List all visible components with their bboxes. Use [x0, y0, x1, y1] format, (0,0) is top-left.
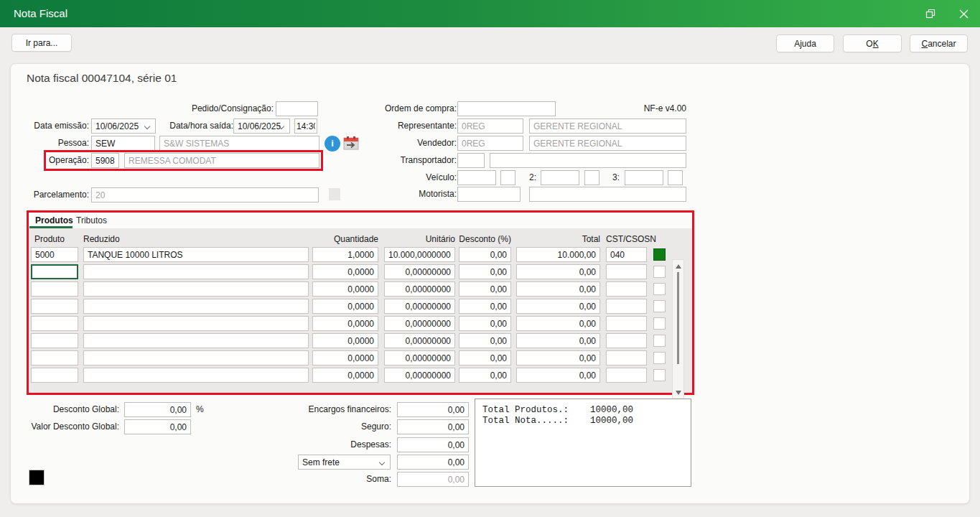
cell-cst[interactable]: [606, 281, 647, 297]
data-emissao-select[interactable]: 10/06/2025: [91, 118, 156, 134]
cell-total[interactable]: [516, 264, 600, 279]
veiculo2-uf-input[interactable]: [584, 170, 599, 185]
vendedor-code-input[interactable]: [457, 136, 523, 151]
cell-total[interactable]: [516, 247, 600, 262]
cell-quantidade[interactable]: [312, 350, 378, 365]
cell-cst[interactable]: [606, 264, 647, 279]
frete-select[interactable]: Sem frete: [298, 455, 391, 470]
cell-produto[interactable]: [31, 247, 78, 262]
cell-desconto[interactable]: [459, 247, 511, 262]
operacao-code-input[interactable]: [91, 153, 119, 168]
cell-produto[interactable]: [31, 333, 78, 348]
cell-quantidade[interactable]: [312, 281, 378, 297]
ok-button[interactable]: OK: [843, 34, 902, 52]
cell-quantidade[interactable]: [312, 316, 378, 331]
cell-cst[interactable]: [606, 299, 647, 314]
cell-total[interactable]: [516, 368, 600, 383]
encargos-input[interactable]: [397, 402, 469, 417]
transportador-code-input[interactable]: [457, 153, 485, 168]
cell-quantidade[interactable]: [312, 247, 378, 262]
motorista-code-input[interactable]: [457, 187, 521, 202]
cell-unitario[interactable]: [384, 247, 455, 262]
cell-cst[interactable]: [606, 247, 647, 262]
cell-quantidade[interactable]: [312, 368, 378, 383]
cell-desconto[interactable]: [459, 316, 511, 331]
cell-reduzido[interactable]: [83, 316, 309, 331]
cell-quantidade[interactable]: [312, 264, 378, 279]
vertical-scrollbar[interactable]: [672, 259, 684, 400]
transportador-name-input[interactable]: [490, 153, 686, 168]
representante-code-input[interactable]: [457, 118, 523, 134]
cell-desconto[interactable]: [459, 281, 511, 297]
operacao-name-input[interactable]: [124, 153, 319, 168]
cell-reduzido[interactable]: [83, 299, 309, 314]
cell-reduzido[interactable]: [83, 350, 309, 365]
cell-unitario[interactable]: [384, 299, 455, 314]
cell-cst[interactable]: [606, 350, 647, 365]
valor-desconto-global-input[interactable]: [124, 419, 191, 434]
representante-name-input[interactable]: [529, 118, 686, 134]
go-to-button[interactable]: Ir para...: [11, 34, 72, 52]
cell-reduzido[interactable]: [83, 368, 309, 383]
soma-input[interactable]: [397, 472, 469, 487]
ordem-compra-input[interactable]: [457, 101, 556, 116]
pessoa-code-input[interactable]: [91, 136, 155, 151]
cell-produto[interactable]: [31, 368, 78, 383]
cell-produto[interactable]: [31, 316, 78, 331]
cell-cst[interactable]: [606, 368, 647, 383]
frete-value-input[interactable]: [397, 455, 469, 470]
cell-produto[interactable]: [31, 350, 78, 365]
cell-desconto[interactable]: [459, 299, 511, 314]
cell-unitario[interactable]: [384, 368, 455, 383]
cell-total[interactable]: [516, 333, 600, 348]
pessoa-name-input[interactable]: [159, 136, 319, 151]
tab-tributos[interactable]: Tributos: [76, 215, 107, 225]
cell-total[interactable]: [516, 316, 600, 331]
cell-unitario[interactable]: [384, 333, 455, 348]
cell-desconto[interactable]: [459, 368, 511, 383]
close-button[interactable]: [947, 0, 980, 27]
scroll-up-arrow-icon[interactable]: [676, 264, 681, 269]
data-saida-select[interactable]: 10/06/2025: [233, 118, 290, 134]
cell-reduzido[interactable]: [83, 333, 309, 348]
cell-total[interactable]: [516, 350, 600, 365]
cell-unitario[interactable]: [384, 281, 455, 297]
cancel-button[interactable]: Cancelar: [910, 34, 968, 52]
motorista-name-input[interactable]: [529, 187, 686, 202]
desconto-global-input[interactable]: [124, 402, 191, 417]
pedido-consignacao-input[interactable]: [276, 101, 318, 116]
despesas-input[interactable]: [397, 437, 469, 452]
cell-reduzido[interactable]: [83, 281, 309, 297]
cell-produto[interactable]: [31, 264, 78, 279]
veiculo2-input[interactable]: [541, 170, 579, 185]
veiculo3-input[interactable]: [625, 170, 663, 185]
cell-quantidade[interactable]: [312, 299, 378, 314]
veiculo1-input[interactable]: [457, 170, 496, 185]
veiculo3-uf-input[interactable]: [668, 170, 683, 185]
cell-quantidade[interactable]: [312, 333, 378, 348]
parcelamento-input[interactable]: [91, 187, 319, 202]
cell-desconto[interactable]: [459, 264, 511, 279]
tab-produtos[interactable]: Produtos: [35, 215, 73, 225]
cell-total[interactable]: [516, 299, 600, 314]
vendedor-name-input[interactable]: [529, 136, 686, 151]
cell-desconto[interactable]: [459, 350, 511, 365]
restore-button[interactable]: [914, 0, 947, 27]
cell-cst[interactable]: [606, 333, 647, 348]
seguro-input[interactable]: [397, 419, 469, 434]
cell-produto[interactable]: [31, 281, 78, 297]
cell-unitario[interactable]: [384, 316, 455, 331]
cell-reduzido[interactable]: [83, 264, 309, 279]
veiculo1-uf-input[interactable]: [500, 170, 515, 185]
cell-unitario[interactable]: [384, 350, 455, 365]
scrollbar-thumb[interactable]: [677, 272, 679, 364]
scroll-down-arrow-icon[interactable]: [676, 391, 681, 395]
cell-reduzido[interactable]: [83, 247, 309, 262]
cell-produto[interactable]: [31, 299, 78, 314]
help-button[interactable]: Ajuda: [776, 34, 834, 52]
cell-unitario[interactable]: [384, 264, 455, 279]
cell-total[interactable]: [516, 281, 600, 297]
cell-desconto[interactable]: [459, 333, 511, 348]
cell-cst[interactable]: [606, 316, 647, 331]
black-indicator-square[interactable]: [29, 470, 45, 485]
